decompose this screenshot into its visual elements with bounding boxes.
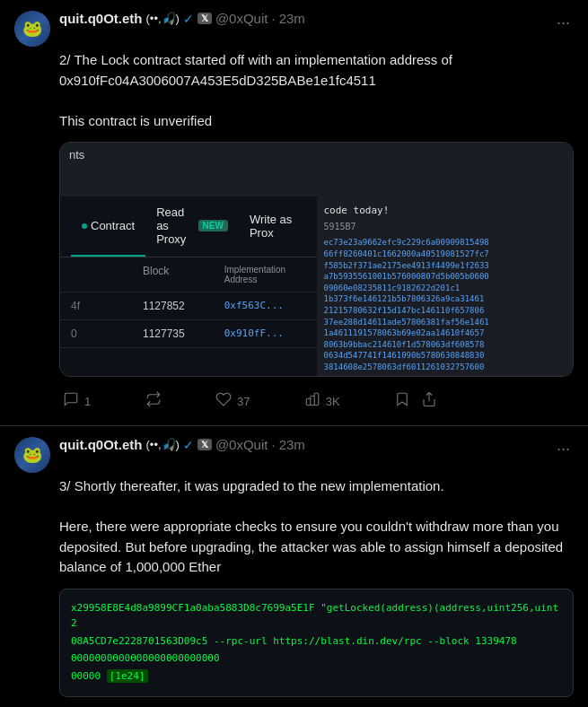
- tweet-2-meta-row: quit.q0Ot.eth (••,🎣) ✓ 𝕏 @0xQuit · 23m: [59, 437, 305, 452]
- row1-block: 1127852: [143, 300, 224, 312]
- table-row-2: 0 1127735 0x910fF...: [60, 320, 317, 348]
- row2-id: 0: [71, 327, 143, 340]
- handle-2: @0xQuit: [215, 437, 268, 452]
- bookmark-button-1[interactable]: [391, 388, 414, 415]
- emojis-1: (••,🎣): [146, 12, 180, 25]
- avatar-2[interactable]: 🐸: [14, 437, 50, 473]
- reply-count-1: 1: [84, 395, 91, 408]
- row2-address[interactable]: 0x910fF...: [224, 327, 306, 340]
- hex-line-9: 1a4611191578063b69e02aa14610f4657: [324, 327, 566, 339]
- dot-2: ·: [271, 437, 275, 452]
- terminal-embed: x29958E8E4d8a9899CF1a0aba5883D8c7699a5E1…: [59, 589, 574, 698]
- like-icon-1: [215, 391, 232, 411]
- row1-address[interactable]: 0xf563C...: [224, 300, 306, 312]
- verified-badge-1: ✓: [183, 12, 194, 26]
- hex-line-4: a7b5935561001b576000807d5b005b0600: [324, 271, 566, 283]
- platform-badge-1: 𝕏: [197, 13, 212, 24]
- tweet-1-meta-row: quit.q0Ot.eth (••,🎣) ✓ 𝕏 @0xQuit · 23m: [59, 11, 305, 26]
- verified-badge-2: ✓: [183, 438, 194, 452]
- tweet-2-left: 🐸 quit.q0Ot.eth (••,🎣) ✓ 𝕏 @0xQuit · 23m: [14, 437, 553, 473]
- tab-write-proxy[interactable]: Write as Prox: [239, 196, 306, 257]
- right-code-id: 5915B7: [324, 221, 566, 233]
- hex-line-1: ec73e23a9662efc9c229c6a00909815498: [324, 237, 566, 249]
- reply-button-1[interactable]: 1: [59, 388, 94, 415]
- hex-line-7: 21215780632f15d147bc146110f657806: [324, 305, 566, 317]
- terminal-line-4: 00000 [1e24]: [71, 668, 562, 685]
- tweet-2-line2: Here, there were appropriate checks to e…: [59, 519, 563, 574]
- tweet-1-left: 🐸 quit.q0Ot.eth (••,🎣) ✓ 𝕏 @0xQuit · 23m: [14, 11, 553, 47]
- bookmark-icon-1: [394, 391, 410, 411]
- tab-read-proxy[interactable]: Read as Proxy NEW: [145, 196, 239, 257]
- like-count-1: 37: [237, 395, 250, 408]
- hex-line-5: 09060e08235811c9182622d201c1: [324, 283, 566, 294]
- tweet-2-body: 3/ Shortly thereafter, it was upgraded t…: [59, 476, 574, 697]
- like-button-1[interactable]: 37: [212, 388, 253, 415]
- time-1: 23m: [279, 11, 305, 26]
- table-row-1: 4f 1127852 0xf563C...: [60, 292, 317, 320]
- share-button-1[interactable]: [417, 388, 441, 415]
- tab-contract[interactable]: Contract: [71, 196, 145, 257]
- hex-line-3: f585b2f371ae2175ee4913f4499e1f2633: [324, 260, 566, 272]
- time-2: 23m: [279, 437, 305, 452]
- emojis-2: (••,🎣): [146, 438, 180, 451]
- table-header: Block Implementation Address: [60, 257, 317, 292]
- hex-line-6: 1b373f6e146121b5b7806326a9ca31461: [324, 293, 566, 305]
- terminal-text-1: x29958E8E4d8a9899CF1a0aba5883D8c7699a5E1…: [71, 602, 558, 630]
- hex-line-11: 0634d547741f1461090b5780630848830: [324, 350, 566, 362]
- col-id: [71, 265, 143, 284]
- reply-icon-1: [63, 391, 79, 411]
- terminal-line-2: 08A5CD7e2228701563D09c5 --rpc-url https:…: [71, 633, 562, 650]
- tab-read-proxy-label: Read as Proxy: [156, 205, 194, 246]
- terminal-text-2: 08A5CD7e2228701563D09c5 --rpc-url https:…: [71, 635, 517, 647]
- etherscan-top: nts: [60, 143, 573, 196]
- more-button-1[interactable]: ···: [553, 11, 574, 34]
- hex-line-8: 37ee288d14611ade57806381faf56e1461: [324, 317, 566, 328]
- col-impl: Implementation Address: [224, 265, 306, 284]
- tab-write-proxy-label: Write as Prox: [250, 213, 295, 240]
- avatar-image-1: 🐸: [14, 11, 50, 47]
- avatar-1[interactable]: 🐸: [14, 11, 50, 47]
- hex-line-10: 8063b9bbac214610f1d578063df608578: [324, 339, 566, 351]
- tab-dot: [82, 223, 87, 229]
- row1-id: 4f: [71, 300, 143, 312]
- share-icon-1: [421, 391, 437, 411]
- tweet-1: 🐸 quit.q0Ot.eth (••,🎣) ✓ 𝕏 @0xQuit · 23m…: [0, 0, 588, 426]
- terminal-line-3: 0000000000000000000000000: [71, 650, 562, 667]
- tweet-1-meta: quit.q0Ot.eth (••,🎣) ✓ 𝕏 @0xQuit · 23m: [59, 11, 305, 26]
- avatar-image-2: 🐸: [14, 437, 50, 473]
- hex-code-block: ec73e23a9662efc9c229c6a00909815498 66ff8…: [324, 237, 566, 372]
- tweet-1-actions: 1 37 3K: [59, 388, 441, 415]
- display-name-2: quit.q0Ot.eth: [59, 437, 143, 452]
- hex-line-12: 3814608e2578063df6011261032757600: [324, 362, 566, 373]
- retweet-button-1[interactable]: [142, 388, 165, 415]
- tweet-2-header: 🐸 quit.q0Ot.eth (••,🎣) ✓ 𝕏 @0xQuit · 23m…: [14, 437, 574, 473]
- row2-block: 1127735: [143, 327, 224, 340]
- etherscan-table: Block Implementation Address 4f 1127852 …: [60, 257, 317, 348]
- tweet-1-text: 2/ The Lock contract started off with an…: [59, 50, 574, 131]
- col-block: Block: [143, 265, 224, 284]
- terminal-line-1: x29958E8E4d8a9899CF1a0aba5883D8c7699a5E1…: [71, 600, 562, 632]
- handle-1: @0xQuit: [215, 11, 268, 26]
- nts-label: nts: [69, 148, 84, 161]
- tweet-1-line2: This contract is unverified: [59, 113, 212, 128]
- split-layout: Contract Read as Proxy NEW Write as Prox: [60, 196, 573, 376]
- dot-1: ·: [271, 11, 275, 26]
- tweet-1-line1: 2/ The Lock contract started off with an…: [59, 52, 452, 88]
- hex-line-2: 66ff8260401c1662000a40519081527fc7: [324, 249, 566, 260]
- tweet-2-line1: 3/ Shortly thereafter, it was upgraded t…: [59, 478, 444, 493]
- views-button-1[interactable]: 3K: [301, 388, 344, 415]
- views-icon-1: [304, 391, 320, 411]
- terminal-text-4a: 00000: [71, 670, 107, 682]
- tweet-1-body: 2/ The Lock contract started off with an…: [59, 50, 574, 415]
- platform-badge-2: 𝕏: [197, 439, 212, 450]
- terminal-highlight: [1e24]: [107, 669, 148, 683]
- tab-new-badge: NEW: [198, 220, 228, 231]
- more-button-2[interactable]: ···: [553, 437, 574, 460]
- etherscan-ui: nts Contract Read as Proxy: [60, 143, 573, 376]
- tweet-2-text: 3/ Shortly thereafter, it was upgraded t…: [59, 476, 574, 578]
- terminal-text-3: 0000000000000000000000000: [71, 652, 220, 664]
- code-today: code today!: [324, 204, 566, 217]
- display-name-1: quit.q0Ot.eth: [59, 11, 143, 26]
- views-count-1: 3K: [326, 395, 340, 408]
- tab-bar: Contract Read as Proxy NEW Write as Prox: [60, 196, 317, 257]
